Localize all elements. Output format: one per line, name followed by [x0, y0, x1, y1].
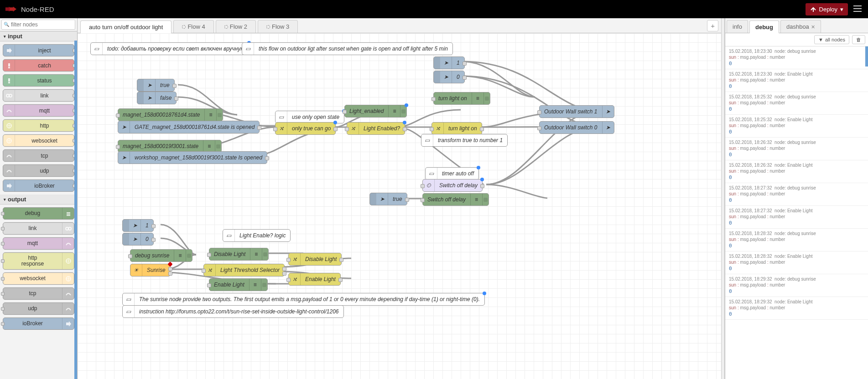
inject-button[interactable] [434, 57, 440, 69]
palette-node-udp[interactable]: udp [3, 302, 74, 315]
palette-node-debug[interactable]: debug [3, 207, 74, 220]
debug-message[interactable]: 15.02.2018, 18:27:32 node: debug sunrise… [725, 183, 868, 206]
clear-debug-button[interactable]: 🗑 [852, 35, 865, 44]
debug-scrollbar[interactable] [865, 46, 868, 67]
change-disable-node[interactable]: ⤭Disable Light [288, 253, 342, 266]
debug-message[interactable]: 15.02.2018, 18:29:32 node: Enable Lights… [725, 297, 868, 320]
inject-0b-node[interactable]: ➤0 [122, 233, 154, 246]
debug-switch-off-node[interactable]: Switch off delay≡ [422, 193, 489, 206]
palette-node-tcp[interactable]: tcp [3, 149, 74, 162]
comment-node[interactable]: ▭Light Enable? logic [223, 229, 291, 242]
inject-button[interactable] [123, 233, 129, 245]
debug-toggle[interactable] [482, 194, 489, 205]
debug-toggle[interactable] [261, 279, 267, 291]
inject-button[interactable] [137, 79, 144, 91]
palette-node-catch[interactable]: catch [3, 59, 74, 72]
debug-message[interactable]: 15.02.2018, 18:23:30 node: Enable Lights… [725, 69, 868, 92]
tab-flow4[interactable]: Flow 4 [173, 20, 213, 33]
inject-button[interactable] [123, 220, 129, 231]
debug-toggle[interactable] [216, 109, 223, 121]
sunrise-node[interactable]: ☀Sunrise [130, 264, 171, 277]
palette-node-inject[interactable]: inject [3, 44, 74, 56]
palette-node-link[interactable]: link [3, 222, 74, 235]
delay-switch-off-node[interactable]: ⏲Switch off delay [422, 179, 483, 192]
debug-message[interactable]: 15.02.2018, 18:29:32 node: debug sunrise… [725, 274, 868, 297]
hamburger-menu-icon[interactable] [852, 4, 863, 15]
inject-1-node[interactable]: ➤1 [433, 56, 465, 69]
debug-toggle[interactable] [215, 140, 221, 152]
inject-1b-node[interactable]: ➤1 [122, 219, 154, 232]
debug-toggle[interactable] [186, 250, 192, 261]
palette-node-status[interactable]: status [3, 74, 74, 87]
filter-nodes-input[interactable] [1, 20, 75, 30]
debug-enable-node[interactable]: Enable Light≡ [209, 278, 268, 291]
filter-all-nodes-button[interactable]: ▼all nodes [814, 35, 849, 44]
inject-button[interactable] [137, 92, 144, 104]
palette-node-udp[interactable]: udp [3, 164, 74, 177]
category-input-header[interactable]: ▾ input [0, 31, 77, 41]
palette-node-ioBroker[interactable]: ioBroker [3, 179, 74, 192]
sidebar-tab-dashboard[interactable]: dashboa✕ [780, 20, 821, 33]
sidebar-tab-debug[interactable]: debug [749, 20, 779, 33]
comment-node[interactable]: ▭instruction http://forums.opto22.com/t/… [122, 305, 344, 318]
inject-0-node[interactable]: ➤0 [433, 71, 465, 83]
palette-node-ioBroker[interactable]: ioBroker [3, 318, 74, 330]
palette-scrollbar[interactable] [74, 41, 77, 379]
debug-magnet2-node[interactable]: magnet_158d00019f3001.state≡ [118, 140, 222, 153]
palette-node-mqtt[interactable]: mqtt [3, 104, 74, 117]
change-turn-on-node[interactable]: ⤭turn light on [431, 122, 482, 135]
arrow-icon: ➤ [144, 79, 156, 91]
palette-node-link[interactable]: link [3, 89, 74, 102]
debug-sunrise-node[interactable]: debug sunrise≡ [130, 249, 192, 262]
iobroker-workshop-node[interactable]: ➤workshop_magnet_158d00019f3001.state Is… [118, 151, 267, 164]
debug-message[interactable]: 15.02.2018, 18:26:32 node: Enable Lights… [725, 160, 868, 183]
deploy-button[interactable]: Deploy ▾ [806, 3, 848, 15]
debug-toggle[interactable] [483, 92, 490, 104]
close-icon[interactable]: ✕ [811, 24, 815, 30]
debug-message[interactable]: 15.02.2018, 18:28:32 node: Enable Lights… [725, 251, 868, 274]
debug-message[interactable]: 15.02.2018, 18:27:32 node: Enable Lights… [725, 206, 868, 229]
comment-node[interactable]: ▭timer auto off [425, 167, 479, 180]
debug-message-list[interactable]: 15.02.2018, 18:23:30 node: debug sunrise… [725, 46, 868, 379]
sidebar-tab-info[interactable]: info [727, 20, 748, 33]
debug-message[interactable]: 15.02.2018, 18:28:32 node: debug sunrise… [725, 229, 868, 251]
flow-canvas[interactable]: ▭todo: добавить проверку если свет включ… [78, 33, 721, 379]
palette-node-http[interactable]: http [3, 119, 74, 132]
debug-message[interactable]: 15.02.2018, 18:25:32 node: debug sunrise… [725, 92, 868, 115]
iobroker-wall1-node[interactable]: Outdoor Wall switch 1➤ [539, 105, 614, 118]
palette-node-websocket[interactable]: websocket [3, 272, 74, 285]
inject-button[interactable] [370, 193, 376, 205]
switch-threshold-node[interactable]: ⤭Light Threshold Selector [203, 264, 285, 277]
comment-node[interactable]: ▭this flow on outdoor ligt after sunset … [242, 42, 453, 55]
add-tab-button[interactable]: + [707, 20, 718, 31]
palette-node-mqtt[interactable]: mqtt [3, 237, 74, 250]
inject-false-node[interactable]: ➤false [137, 92, 177, 104]
debug-toggle[interactable] [262, 248, 268, 260]
tab-flow3[interactable]: Flow 3 [258, 20, 298, 33]
palette-node-websocket[interactable]: websocket [3, 134, 74, 147]
comment-node[interactable]: ▭The sunrise node provide two outputs. T… [122, 293, 485, 306]
inject-true2-node[interactable]: ➤true [369, 193, 407, 205]
debug-turn-on-node[interactable]: turn light on≡ [433, 92, 490, 105]
tab-auto-turn[interactable]: auto turn on/off outdoor light [80, 20, 172, 33]
inject-button[interactable] [434, 71, 440, 83]
debug-message[interactable]: 15.02.2018, 18:23:30 node: debug sunrise… [725, 46, 868, 69]
switch-light-enabled-node[interactable]: ⤭Light Enabled? [347, 122, 405, 135]
iobroker-wall0-node[interactable]: Outdoor Wall switch 0➤ [539, 121, 614, 134]
change-enable-node[interactable]: ⤭Enable Light [288, 273, 341, 286]
debug-disable-node[interactable]: Disable Light≡ [209, 248, 269, 261]
inject-true-node[interactable]: ➤true [137, 79, 175, 92]
debug-message[interactable]: 15.02.2018, 18:25:32 node: Enable Lights… [725, 115, 868, 138]
debug-message[interactable]: 15.02.2018, 18:26:32 node: debug sunrise… [725, 138, 868, 160]
palette-node-httpresponse[interactable]: http response [3, 252, 74, 270]
palette-node-tcp[interactable]: tcp [3, 287, 74, 300]
comment-node[interactable]: ▭todo: добавить проверку если свет включ… [90, 42, 249, 55]
comment-node[interactable]: ▭transform true to number 1 [421, 134, 508, 147]
debug-magnet1-node[interactable]: magnet_158d00018761d4.state≡ [118, 108, 223, 121]
tab-flow2[interactable]: Flow 2 [216, 20, 256, 33]
category-output-header[interactable]: ▾ output [0, 195, 77, 205]
sidebar-resize-handle[interactable] [721, 18, 725, 379]
debug-light-enabled-node[interactable]: Light_enabled≡ [344, 105, 407, 118]
iobroker-gate-node[interactable]: ➤GATE_magnet_158d00018761d4.state is ope… [118, 121, 260, 133]
switch-only-true-node[interactable]: ⤭only true can go [275, 122, 336, 135]
